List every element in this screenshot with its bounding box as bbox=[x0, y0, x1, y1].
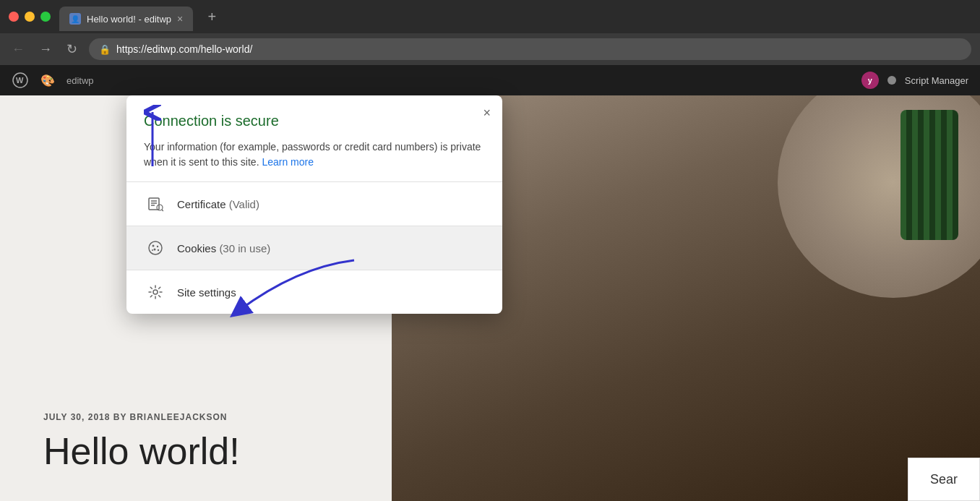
cookies-text: Cookies (30 in use) bbox=[177, 242, 270, 254]
tab-close-button[interactable]: × bbox=[177, 13, 183, 25]
search-box[interactable]: Sear bbox=[908, 458, 980, 501]
svg-point-13 bbox=[152, 249, 153, 251]
site-name[interactable]: editwp bbox=[66, 75, 94, 86]
address-url: https://editwp.com/hello-world/ bbox=[116, 43, 252, 55]
tab-title: Hello world! - editwp bbox=[87, 14, 171, 25]
certificate-icon bbox=[144, 192, 167, 215]
close-traffic-light[interactable] bbox=[9, 12, 19, 22]
post-title: Hello world! bbox=[43, 431, 447, 472]
minimize-traffic-light[interactable] bbox=[25, 12, 35, 22]
back-button[interactable]: ← bbox=[9, 39, 27, 60]
svg-text:W: W bbox=[16, 76, 24, 85]
svg-point-12 bbox=[158, 249, 159, 251]
learn-more-link[interactable]: Learn more bbox=[262, 156, 314, 168]
tab-favicon: 👤 bbox=[69, 13, 81, 25]
browser-chrome: 👤 Hello world! - editwp × + ← → ↻ 🔒 http… bbox=[0, 0, 980, 65]
blog-content: July 30, 2018 by BrianLeeJackson Hello w… bbox=[0, 383, 490, 501]
search-label: Sear bbox=[930, 472, 958, 487]
arrow-up-annotation bbox=[142, 105, 163, 173]
reload-button[interactable]: ↻ bbox=[64, 38, 80, 60]
yoast-icon: y bbox=[861, 72, 879, 89]
svg-point-14 bbox=[153, 290, 158, 294]
forward-button[interactable]: → bbox=[36, 39, 55, 60]
wordpress-logo-icon: W bbox=[12, 72, 29, 89]
status-dot bbox=[887, 76, 896, 85]
customize-icon: 🎨 bbox=[40, 74, 55, 87]
address-input[interactable]: 🔒 https://editwp.com/hello-world/ bbox=[89, 38, 971, 60]
svg-point-11 bbox=[154, 249, 156, 251]
svg-point-6 bbox=[157, 205, 163, 210]
wp-admin-bar: W 🎨 editwp y Script Manager bbox=[0, 65, 980, 95]
svg-rect-2 bbox=[149, 198, 159, 210]
tab-bar: 👤 Hello world! - editwp × + bbox=[0, 0, 980, 33]
lock-icon: 🔒 bbox=[99, 44, 111, 55]
script-manager-label[interactable]: Script Manager bbox=[905, 75, 968, 86]
connection-description: Your information (for example, passwords… bbox=[144, 140, 485, 170]
popup-header: × Connection is secure Your information … bbox=[126, 95, 502, 181]
site-settings-icon bbox=[144, 281, 167, 304]
connection-title: Connection is secure bbox=[144, 113, 485, 129]
traffic-lights bbox=[9, 12, 51, 22]
new-tab-button[interactable]: + bbox=[202, 7, 222, 27]
svg-point-8 bbox=[149, 241, 162, 254]
certificate-text: Certificate (Valid) bbox=[177, 198, 259, 210]
arrow-cookies-annotation bbox=[224, 253, 369, 343]
maximize-traffic-light[interactable] bbox=[40, 12, 51, 22]
certificate-item[interactable]: Certificate (Valid) bbox=[126, 182, 502, 226]
svg-line-7 bbox=[162, 210, 163, 211]
post-meta: July 30, 2018 by BrianLeeJackson bbox=[43, 412, 447, 422]
popup-close-button[interactable]: × bbox=[483, 106, 491, 121]
admin-bar-right: y Script Manager bbox=[861, 72, 968, 89]
browser-tab[interactable]: 👤 Hello world! - editwp × bbox=[59, 7, 193, 31]
address-bar: ← → ↻ 🔒 https://editwp.com/hello-world/ bbox=[0, 33, 980, 65]
svg-point-10 bbox=[157, 246, 158, 247]
cookies-icon bbox=[144, 236, 167, 260]
svg-point-9 bbox=[152, 245, 155, 247]
content-area: W 🎨 editwp y Script Manager July 30, 201… bbox=[0, 65, 980, 501]
